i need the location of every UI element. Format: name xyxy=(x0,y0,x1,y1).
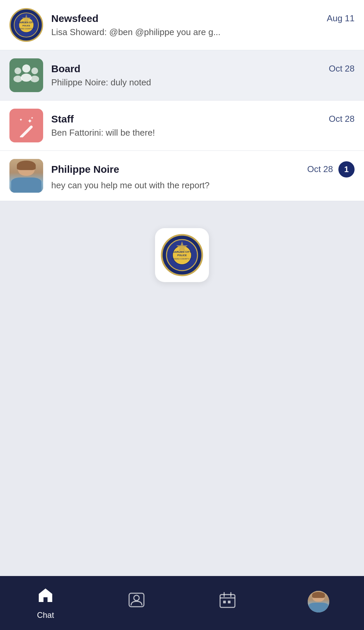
chat-list: GARDEN CITY POLICE NASSAU COUNTY, NY New… xyxy=(0,0,364,576)
chat-time: Oct 28 xyxy=(329,114,355,124)
person-badge-icon xyxy=(128,591,145,612)
chat-header: Newsfeed Aug 11 xyxy=(51,13,355,24)
svg-rect-30 xyxy=(223,601,226,603)
chat-header: Board Oct 28 xyxy=(51,63,355,75)
svg-point-12 xyxy=(30,76,39,82)
svg-point-9 xyxy=(14,67,21,74)
list-item[interactable]: ✦ ✦ ✦ Staff Oct 28 Ben Fattorini: will b… xyxy=(0,101,364,151)
unread-badge: 1 xyxy=(338,161,355,177)
empty-state: GARDEN CITY POLICE NASSAU COUNTY, NY xyxy=(0,201,364,282)
chat-info: Philippe Noire Oct 28 1 hey can you help… xyxy=(51,161,355,191)
avatar: ✦ ✦ ✦ xyxy=(9,109,43,142)
bottom-nav: Chat xyxy=(0,576,364,630)
badge-wrap: Oct 28 1 xyxy=(307,161,355,177)
list-item[interactable]: GARDEN CITY POLICE NASSAU COUNTY, NY New… xyxy=(0,0,364,50)
profile-avatar xyxy=(308,591,329,612)
chat-name: Board xyxy=(51,63,81,75)
chat-time: Aug 11 xyxy=(327,13,355,24)
chat-info: Staff Oct 28 Ben Fattorini: will be ther… xyxy=(51,113,355,138)
chat-name: Philippe Noire xyxy=(51,164,119,175)
home-icon xyxy=(37,586,54,608)
chat-header: Philippe Noire Oct 28 1 xyxy=(51,161,355,177)
nav-item-calendar[interactable] xyxy=(182,591,273,615)
svg-rect-13 xyxy=(19,125,33,137)
nav-item-chat[interactable]: Chat xyxy=(0,586,91,620)
chat-preview: Ben Fattorini: will be there! xyxy=(51,128,355,138)
svg-point-10 xyxy=(13,76,22,82)
svg-rect-31 xyxy=(228,601,231,603)
svg-text:NASSAU COUNTY, NY: NASSAU COUNTY, NY xyxy=(172,258,193,260)
svg-rect-26 xyxy=(220,595,235,607)
chat-preview: hey can you help me out with the report? xyxy=(51,180,355,191)
svg-text:✦: ✦ xyxy=(19,117,23,122)
svg-point-7 xyxy=(22,64,30,73)
svg-text:POLICE: POLICE xyxy=(177,254,187,257)
chat-preview: Lisa Showard: @ben @philippe you are g..… xyxy=(51,27,355,37)
list-item[interactable]: Board Oct 28 Philippe Noire: duly noted xyxy=(0,50,364,101)
svg-point-8 xyxy=(21,74,32,82)
svg-text:NASSAU COUNTY, NY: NASSAU COUNTY, NY xyxy=(18,28,35,30)
svg-text:✦: ✦ xyxy=(31,116,33,120)
chat-time: Oct 28 xyxy=(329,63,355,74)
center-logo: GARDEN CITY POLICE NASSAU COUNTY, NY xyxy=(155,228,209,282)
avatar xyxy=(9,159,43,193)
chat-time: Oct 28 xyxy=(307,164,333,174)
nav-item-contacts[interactable] xyxy=(91,591,182,615)
avatar: GARDEN CITY POLICE NASSAU COUNTY, NY xyxy=(9,8,43,42)
svg-text:POLICE: POLICE xyxy=(23,25,30,27)
nav-label-chat: Chat xyxy=(37,610,54,620)
svg-point-25 xyxy=(134,595,139,601)
svg-point-11 xyxy=(31,67,38,74)
chat-name: Staff xyxy=(51,113,74,125)
chat-preview: Philippe Noire: duly noted xyxy=(51,77,355,88)
svg-text:GARDEN CITY: GARDEN CITY xyxy=(18,21,35,24)
chat-info: Board Oct 28 Philippe Noire: duly noted xyxy=(51,63,355,88)
chat-header: Staff Oct 28 xyxy=(51,113,355,125)
svg-text:GARDEN CITY: GARDEN CITY xyxy=(173,250,191,253)
avatar xyxy=(9,58,43,92)
list-item[interactable]: Philippe Noire Oct 28 1 hey can you help… xyxy=(0,151,364,201)
chat-name: Newsfeed xyxy=(51,13,98,24)
nav-item-profile[interactable] xyxy=(273,591,364,615)
chat-info: Newsfeed Aug 11 Lisa Showard: @ben @phil… xyxy=(51,13,355,37)
calendar-icon xyxy=(219,591,236,612)
